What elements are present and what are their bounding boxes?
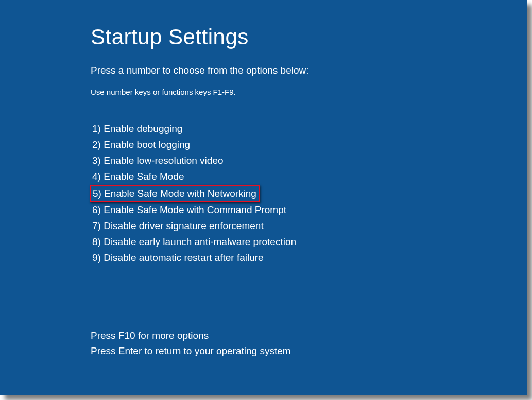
option-3-low-res-video[interactable]: 3) Enable low-resolution video [91,153,225,168]
option-6-safe-mode-cmd[interactable]: 6) Enable Safe Mode with Command Prompt [91,202,288,218]
option-1-debugging[interactable]: 1) Enable debugging [91,121,184,136]
options-list: 1) Enable debugging 2) Enable boot loggi… [91,121,527,266]
startup-settings-screen: Startup Settings Press a number to choos… [0,0,527,395]
hint-text: Use number keys or functions keys F1-F9. [91,88,527,96]
option-8-disable-elam[interactable]: 8) Disable early launch anti-malware pro… [91,234,298,250]
option-2-boot-logging[interactable]: 2) Enable boot logging [91,137,192,152]
page-title: Startup Settings [91,25,527,49]
option-9-disable-auto-restart[interactable]: 9) Disable automatic restart after failu… [91,250,265,266]
option-4-safe-mode[interactable]: 4) Enable Safe Mode [91,169,186,184]
option-7-disable-driver-sig[interactable]: 7) Disable driver signature enforcement [91,218,265,234]
footer-more-options: Press F10 for more options [91,328,527,343]
footer-return: Press Enter to return to your operating … [91,343,527,359]
option-5-safe-mode-networking[interactable]: 5) Enable Safe Mode with Networking [90,185,260,202]
subtitle-text: Press a number to choose from the option… [91,65,527,76]
